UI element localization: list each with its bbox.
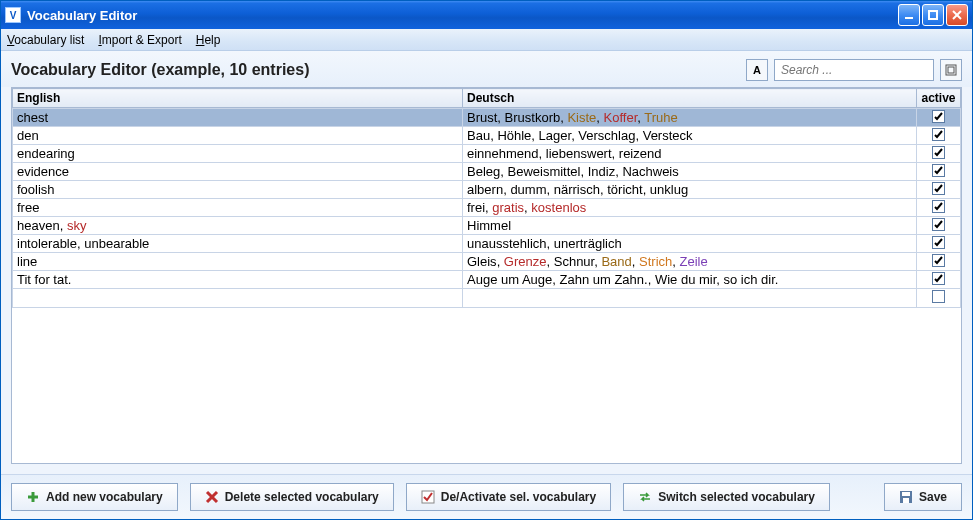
cell-deutsch[interactable]: Bau, Höhle, Lager, Verschlag, Versteck <box>463 127 917 145</box>
table-row[interactable]: intolerable, unbearableunausstehlich, un… <box>13 235 961 253</box>
search-input[interactable] <box>774 59 934 81</box>
table-row-empty[interactable] <box>13 289 961 308</box>
table-row[interactable]: evidenceBeleg, Beweismittel, Indiz, Nach… <box>13 163 961 181</box>
cell-active <box>917 163 961 181</box>
active-checkbox[interactable] <box>932 164 945 177</box>
active-checkbox[interactable] <box>932 110 945 123</box>
cell-active <box>917 145 961 163</box>
minimize-button[interactable] <box>898 4 920 26</box>
cell-english[interactable]: line <box>13 253 463 271</box>
cell-english[interactable]: den <box>13 127 463 145</box>
table-row[interactable]: denBau, Höhle, Lager, Verschlag, Verstec… <box>13 127 961 145</box>
table-row[interactable]: Tit for tat.Auge um Auge, Zahn um Zahn.,… <box>13 271 961 289</box>
cell-english[interactable]: intolerable, unbearable <box>13 235 463 253</box>
active-checkbox[interactable] <box>932 128 945 141</box>
active-checkbox[interactable] <box>932 236 945 249</box>
window-title: Vocabulary Editor <box>27 8 898 23</box>
close-button[interactable] <box>946 4 968 26</box>
titlebar[interactable]: V Vocabulary Editor <box>1 1 972 29</box>
table-header-row: English Deutsch active <box>13 89 961 108</box>
svg-rect-5 <box>948 67 954 73</box>
cell-english[interactable]: chest <box>13 109 463 127</box>
window-controls <box>898 4 968 26</box>
cell-active <box>917 271 961 289</box>
add-button-label: Add new vocabulary <box>46 490 163 504</box>
table-row[interactable]: chestBrust, Brustkorb, Kiste, Koffer, Tr… <box>13 109 961 127</box>
content-area: English Deutsch active chestBrust, Brust… <box>1 87 972 474</box>
cell-active <box>917 253 961 271</box>
save-icon <box>899 490 913 504</box>
delete-button[interactable]: Delete selected vocabulary <box>190 483 394 511</box>
cell-deutsch[interactable]: Auge um Auge, Zahn um Zahn., Wie du mir,… <box>463 271 917 289</box>
cell-deutsch[interactable]: Brust, Brustkorb, Kiste, Koffer, Truhe <box>463 109 917 127</box>
expand-icon <box>945 64 957 76</box>
cell-deutsch[interactable]: albern, dumm, närrisch, töricht, unklug <box>463 181 917 199</box>
table-row[interactable]: lineGleis, Grenze, Schnur, Band, Strich,… <box>13 253 961 271</box>
menu-item[interactable]: Vocabulary list <box>7 33 84 47</box>
expand-button[interactable] <box>940 59 962 81</box>
cell-active <box>917 127 961 145</box>
add-button[interactable]: Add new vocabulary <box>11 483 178 511</box>
cell-english[interactable] <box>13 289 463 308</box>
cell-active <box>917 199 961 217</box>
column-active[interactable]: active <box>917 89 961 108</box>
header-row: Vocabulary Editor (example, 10 entries) … <box>1 51 972 87</box>
save-button[interactable]: Save <box>884 483 962 511</box>
cell-english[interactable]: Tit for tat. <box>13 271 463 289</box>
active-checkbox[interactable] <box>932 290 945 303</box>
switch-button-label: Switch selected vocabulary <box>658 490 815 504</box>
page-title: Vocabulary Editor (example, 10 entries) <box>11 61 740 79</box>
cell-english[interactable]: evidence <box>13 163 463 181</box>
cell-english[interactable]: endearing <box>13 145 463 163</box>
sort-icon: A <box>753 64 761 76</box>
cell-deutsch[interactable]: einnehmend, liebenswert, reizend <box>463 145 917 163</box>
cell-deutsch[interactable]: frei, gratis, kostenlos <box>463 199 917 217</box>
table-row[interactable]: foolishalbern, dumm, närrisch, töricht, … <box>13 181 961 199</box>
active-checkbox[interactable] <box>932 254 945 267</box>
maximize-button[interactable] <box>922 4 944 26</box>
menu-item[interactable]: Help <box>196 33 221 47</box>
delete-button-label: Delete selected vocabulary <box>225 490 379 504</box>
deactivate-button[interactable]: De/Activate sel. vocabulary <box>406 483 611 511</box>
table-row[interactable]: freefrei, gratis, kostenlos <box>13 199 961 217</box>
cell-active <box>917 109 961 127</box>
active-checkbox[interactable] <box>932 200 945 213</box>
cell-deutsch[interactable]: unausstehlich, unerträglich <box>463 235 917 253</box>
cell-deutsch[interactable]: Gleis, Grenze, Schnur, Band, Strich, Zei… <box>463 253 917 271</box>
switch-button[interactable]: Switch selected vocabulary <box>623 483 830 511</box>
column-deutsch[interactable]: Deutsch <box>463 89 917 108</box>
deactivate-button-label: De/Activate sel. vocabulary <box>441 490 596 504</box>
active-checkbox[interactable] <box>932 272 945 285</box>
active-checkbox[interactable] <box>932 218 945 231</box>
cell-english[interactable]: heaven, sky <box>13 217 463 235</box>
plus-icon <box>26 490 40 504</box>
app-window: V Vocabulary Editor Vocabulary listImpor… <box>0 0 973 520</box>
delete-icon <box>205 490 219 504</box>
active-checkbox[interactable] <box>932 182 945 195</box>
button-bar: Add new vocabulary Delete selected vocab… <box>1 474 972 519</box>
cell-active <box>917 289 961 308</box>
cell-active <box>917 235 961 253</box>
active-checkbox[interactable] <box>932 146 945 159</box>
close-icon <box>952 10 962 20</box>
menu-item[interactable]: Import & Export <box>98 33 181 47</box>
app-icon: V <box>5 7 21 23</box>
save-button-label: Save <box>919 490 947 504</box>
minimize-icon <box>904 10 914 20</box>
table-row[interactable]: endearingeinnehmend, liebenswert, reizen… <box>13 145 961 163</box>
cell-english[interactable]: free <box>13 199 463 217</box>
maximize-icon <box>928 10 938 20</box>
cell-deutsch[interactable]: Himmel <box>463 217 917 235</box>
switch-icon <box>638 490 652 504</box>
svg-rect-1 <box>929 11 937 19</box>
column-english[interactable]: English <box>13 89 463 108</box>
grid-body[interactable]: chestBrust, Brustkorb, Kiste, Koffer, Tr… <box>12 108 961 463</box>
cell-english[interactable]: foolish <box>13 181 463 199</box>
menubar: Vocabulary listImport & ExportHelp <box>1 29 972 51</box>
cell-deutsch[interactable] <box>463 289 917 308</box>
cell-deutsch[interactable]: Beleg, Beweismittel, Indiz, Nachweis <box>463 163 917 181</box>
checkbox-icon <box>421 490 435 504</box>
table-row[interactable]: heaven, skyHimmel <box>13 217 961 235</box>
vocabulary-grid: English Deutsch active chestBrust, Brust… <box>11 87 962 464</box>
sort-button[interactable]: A <box>746 59 768 81</box>
